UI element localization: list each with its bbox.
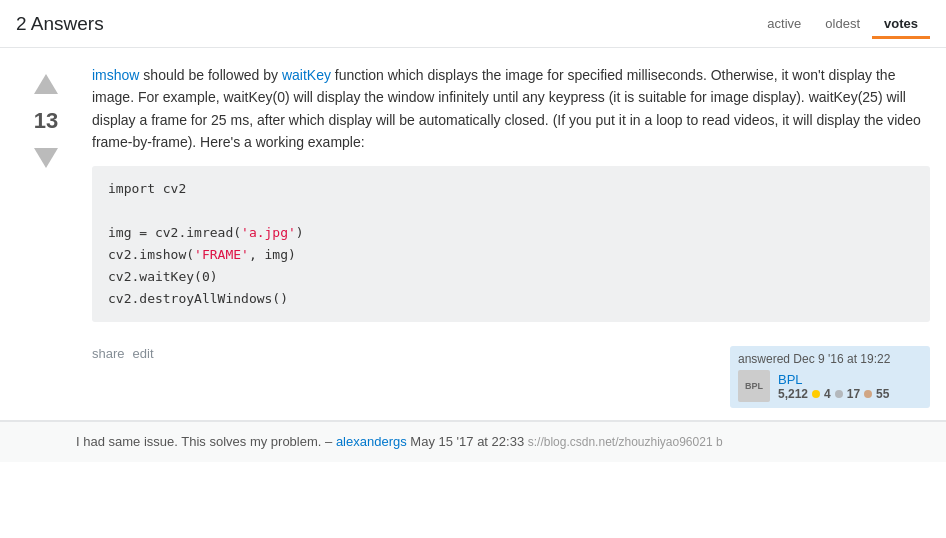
gold-badge-dot — [812, 390, 820, 398]
comment-section: I had same issue. This solves my problem… — [0, 421, 946, 462]
user-row: BPL BPL 5,212 4 17 55 — [738, 370, 922, 402]
answer-text: imshow should be followed by waitKey fun… — [92, 64, 930, 154]
user-details: BPL 5,212 4 17 55 — [778, 372, 889, 401]
intro-text: should be followed by — [143, 67, 282, 83]
imshow-link[interactable]: imshow — [92, 67, 139, 83]
code-line-blank — [108, 200, 914, 222]
code-line-6: cv2.destroyAllWindows() — [108, 288, 914, 310]
share-link[interactable]: share — [92, 346, 125, 361]
code-block: import cv2 img = cv2.imread('a.jpg') cv2… — [92, 166, 930, 323]
answered-text: answered Dec 9 '16 at 19:22 — [738, 352, 922, 366]
code-line-5: cv2.waitKey(0) — [108, 266, 914, 288]
commenter-link[interactable]: alexandergs — [336, 434, 407, 449]
answer-content: imshow should be followed by waitKey fun… — [92, 64, 930, 420]
bronze-badge-count: 55 — [876, 387, 889, 401]
sort-tab-votes[interactable]: votes — [872, 8, 930, 39]
comment-timestamp: May 15 '17 at 22:33 — [410, 434, 527, 449]
user-rep: 5,212 4 17 55 — [778, 387, 889, 401]
upvote-button[interactable] — [28, 68, 64, 104]
vote-count: 13 — [34, 108, 58, 134]
downvote-button[interactable] — [28, 138, 64, 174]
external-link: s://blog.csdn.net/zhouzhiyao96021 b — [528, 435, 723, 449]
user-info-card: answered Dec 9 '16 at 19:22 BPL BPL 5,21… — [730, 346, 930, 408]
avatar: BPL — [738, 370, 770, 402]
sort-tabs: active oldest votes — [755, 8, 930, 39]
code-line-1: import cv2 — [108, 178, 914, 200]
answers-count: 2 Answers — [16, 13, 104, 35]
sort-tab-active[interactable]: active — [755, 8, 813, 39]
code-line-3: img = cv2.imread('a.jpg') — [108, 222, 914, 244]
gold-badge-count: 4 — [824, 387, 831, 401]
code-line-4: cv2.imshow('FRAME', img) — [108, 244, 914, 266]
waitkey-link[interactable]: waitKey — [282, 67, 331, 83]
sort-tab-oldest[interactable]: oldest — [813, 8, 872, 39]
answer-block: 13 imshow should be followed by waitKey … — [0, 48, 946, 421]
silver-badge-count: 17 — [847, 387, 860, 401]
silver-badge-dot — [835, 390, 843, 398]
user-name[interactable]: BPL — [778, 372, 889, 387]
bronze-badge-dot — [864, 390, 872, 398]
answers-header: 2 Answers active oldest votes — [0, 0, 946, 48]
rep-score: 5,212 — [778, 387, 808, 401]
comment-body: I had same issue. This solves my problem… — [76, 434, 332, 449]
post-footer: share edit answered Dec 9 '16 at 19:22 B… — [92, 338, 930, 420]
code-content: import cv2 img = cv2.imread('a.jpg') cv2… — [108, 178, 914, 311]
comment-text: I had same issue. This solves my problem… — [76, 434, 723, 449]
vote-column: 13 — [16, 64, 76, 420]
post-actions: share edit — [92, 346, 154, 361]
edit-link[interactable]: edit — [133, 346, 154, 361]
